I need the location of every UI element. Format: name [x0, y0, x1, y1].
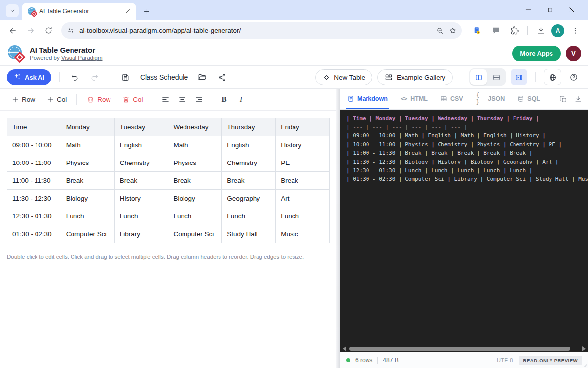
table-cell[interactable]: Chemistry: [114, 154, 168, 172]
table-cell[interactable]: Physics: [61, 154, 114, 172]
table-cell[interactable]: Music: [276, 225, 330, 243]
bookmark-star-icon[interactable]: [449, 27, 457, 35]
browser-menu-icon[interactable]: [567, 23, 583, 39]
table-cell[interactable]: Lunch: [276, 207, 330, 225]
downloads-icon[interactable]: [533, 23, 549, 39]
document-name[interactable]: Class Schedule: [140, 73, 188, 81]
align-right-button[interactable]: [192, 92, 207, 107]
column-header[interactable]: Monday: [61, 118, 114, 136]
column-header[interactable]: Tuesday: [114, 118, 168, 136]
share-icon[interactable]: [215, 70, 229, 84]
split-horizontal-button[interactable]: [488, 69, 505, 85]
column-header[interactable]: Friday: [276, 118, 330, 136]
redo-button[interactable]: [87, 70, 102, 84]
tab-json[interactable]: { } JSON: [475, 89, 506, 109]
reload-button[interactable]: [40, 23, 56, 39]
table-cell[interactable]: Lunch: [114, 207, 168, 225]
bold-button[interactable]: B: [217, 92, 232, 107]
horizontal-scrollbar[interactable]: [340, 345, 588, 352]
table-cell[interactable]: Physics: [168, 154, 222, 172]
table-cell[interactable]: 01:30 - 02:30: [7, 225, 61, 243]
table-cell[interactable]: Math: [61, 136, 114, 154]
pane-splitter[interactable]: [336, 89, 340, 368]
table-cell[interactable]: English: [222, 136, 276, 154]
table-cell[interactable]: Computer Sci: [61, 225, 114, 243]
minimize-button[interactable]: [523, 4, 534, 15]
browser-tab[interactable]: AI Table Generator: [22, 3, 136, 20]
tab-close-icon[interactable]: [123, 7, 132, 16]
table-cell[interactable]: Study Hall: [222, 225, 276, 243]
table-cell[interactable]: 11:30 - 12:30: [7, 190, 61, 207]
user-avatar[interactable]: V: [566, 46, 581, 61]
new-table-button[interactable]: New Table: [315, 69, 372, 85]
resize-grip-icon[interactable]: [582, 362, 587, 367]
example-gallery-button[interactable]: Example Gallery: [377, 69, 453, 85]
table-cell[interactable]: Break: [222, 172, 276, 190]
more-apps-button[interactable]: More Apps: [512, 46, 561, 61]
table-cell[interactable]: Chemistry: [222, 154, 276, 172]
table-cell[interactable]: Biology: [168, 190, 222, 207]
split-vertical-button[interactable]: [470, 69, 487, 85]
close-window-button[interactable]: [566, 4, 577, 15]
toggle-right-panel-button[interactable]: [511, 69, 527, 85]
language-globe-button[interactable]: [544, 69, 561, 85]
site-settings-icon[interactable]: [67, 27, 74, 34]
column-header[interactable]: Thursday: [222, 118, 276, 136]
scroll-right-arrow[interactable]: [582, 346, 586, 351]
url-text[interactable]: ai-toolbox.visual-paradigm.com/app/ai-ta…: [79, 27, 431, 34]
table-cell[interactable]: History: [276, 136, 330, 154]
extensions-puzzle-icon[interactable]: [507, 23, 522, 39]
table-cell[interactable]: 09:00 - 10:00: [7, 136, 61, 154]
maximize-button[interactable]: [545, 4, 555, 15]
save-icon[interactable]: [118, 70, 133, 84]
table-cell[interactable]: Break: [168, 172, 222, 190]
reading-list-extension-icon[interactable]: [469, 23, 485, 39]
add-col-button[interactable]: Col: [42, 92, 72, 107]
visual-paradigm-link[interactable]: Visual Paradigm: [61, 55, 103, 61]
table-cell[interactable]: Break: [114, 172, 168, 190]
add-row-button[interactable]: Row: [7, 92, 40, 107]
italic-button[interactable]: I: [234, 92, 249, 107]
table-cell[interactable]: Math: [168, 136, 222, 154]
table-cell[interactable]: History: [114, 190, 168, 207]
ask-ai-button[interactable]: Ask AI: [7, 69, 51, 85]
back-button[interactable]: [5, 23, 21, 39]
address-bar[interactable]: ai-toolbox.visual-paradigm.com/app/ai-ta…: [61, 22, 462, 39]
comment-icon[interactable]: [488, 23, 504, 39]
help-button[interactable]: [566, 70, 581, 84]
table-cell[interactable]: Lunch: [222, 207, 276, 225]
undo-button[interactable]: [68, 70, 82, 84]
tab-search-button[interactable]: [6, 4, 19, 17]
new-tab-button[interactable]: [140, 5, 153, 18]
table-cell[interactable]: English: [114, 136, 168, 154]
table-cell[interactable]: Art: [276, 190, 330, 207]
table-cell[interactable]: Computer Sci: [168, 225, 222, 243]
table-cell[interactable]: 10:00 - 11:00: [7, 154, 61, 172]
delete-col-button[interactable]: Col: [117, 92, 147, 107]
copy-code-button[interactable]: [559, 95, 567, 103]
delete-row-button[interactable]: Row: [82, 92, 115, 107]
browser-profile-avatar[interactable]: A: [551, 24, 564, 37]
open-folder-icon[interactable]: [195, 70, 210, 84]
table-cell[interactable]: PE: [276, 154, 330, 172]
forward-button[interactable]: [23, 23, 38, 39]
zoom-icon[interactable]: [436, 27, 444, 35]
table-cell[interactable]: Biology: [61, 190, 114, 207]
tab-html[interactable]: <> HTML: [400, 89, 429, 109]
tab-csv[interactable]: CSV: [440, 89, 464, 109]
table-cell[interactable]: Break: [61, 172, 114, 190]
download-code-button[interactable]: [574, 95, 582, 103]
column-header[interactable]: Time: [7, 118, 61, 136]
table-cell[interactable]: Lunch: [168, 207, 222, 225]
scrollbar-thumb[interactable]: [349, 347, 570, 351]
table-cell[interactable]: 12:30 - 01:30: [7, 207, 61, 225]
table-cell[interactable]: Library: [114, 225, 168, 243]
table-cell[interactable]: Break: [276, 172, 330, 190]
tab-markdown[interactable]: Markdown: [346, 89, 389, 109]
tab-sql[interactable]: SQL: [516, 89, 541, 109]
align-center-button[interactable]: [175, 92, 190, 107]
column-header[interactable]: Wednesday: [168, 118, 222, 136]
scroll-left-arrow[interactable]: [343, 346, 346, 351]
table-cell[interactable]: Lunch: [61, 207, 114, 225]
align-left-button[interactable]: [158, 92, 173, 107]
